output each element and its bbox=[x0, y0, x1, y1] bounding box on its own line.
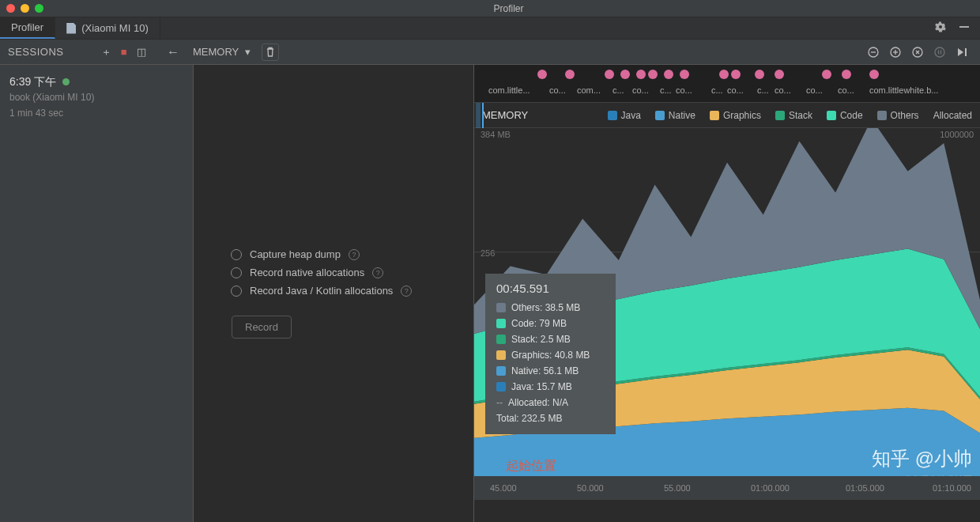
memory-chart[interactable]: 384 MB 1000000 256 00:45.591 Others: 38.… bbox=[474, 128, 980, 500]
capture-panel: Capture heap dump ? Record native alloca… bbox=[194, 65, 474, 522]
event-dot[interactable] bbox=[565, 70, 575, 79]
event-label: co... bbox=[676, 85, 692, 95]
session-item[interactable]: 6:39 下午 book (Xiaomi MI 10) 1 min 43 sec bbox=[9, 73, 183, 121]
event-label: com.little... bbox=[488, 85, 530, 95]
session-duration: 1 min 43 sec bbox=[9, 106, 183, 121]
zoom-in-icon[interactable] bbox=[887, 44, 904, 61]
event-track: com.little... co... com... c... co... c.… bbox=[474, 65, 980, 103]
close-icon[interactable] bbox=[6, 4, 15, 13]
radio-icon bbox=[231, 249, 242, 260]
session-name: book (Xiaomi MI 10) bbox=[9, 90, 183, 105]
minimize-icon[interactable] bbox=[21, 4, 29, 13]
event-dot[interactable] bbox=[842, 70, 851, 79]
legend-others[interactable]: Others bbox=[877, 110, 919, 121]
gear-icon[interactable] bbox=[934, 21, 947, 36]
event-dot[interactable] bbox=[648, 70, 658, 79]
tab-label: Profiler bbox=[11, 21, 43, 33]
legend-code[interactable]: Code bbox=[827, 110, 863, 121]
svg-rect-0 bbox=[959, 26, 969, 28]
event-dot[interactable] bbox=[605, 70, 614, 79]
help-icon[interactable]: ? bbox=[349, 249, 360, 260]
event-label: c... bbox=[757, 85, 769, 95]
event-label: com... bbox=[577, 85, 601, 95]
capture-heap-dump[interactable]: Capture heap dump ? bbox=[231, 248, 436, 260]
tooltip-row: Code: 79 MB bbox=[496, 316, 605, 331]
sessions-sidebar: 6:39 下午 book (Xiaomi MI 10) 1 min 43 sec bbox=[0, 65, 194, 522]
event-dot[interactable] bbox=[869, 70, 879, 79]
event-dot[interactable] bbox=[537, 70, 547, 79]
help-icon[interactable]: ? bbox=[401, 286, 412, 297]
record-button[interactable]: Record bbox=[232, 316, 292, 339]
tooltip-allocated: Allocated: N/A bbox=[508, 397, 568, 408]
event-label: co... bbox=[806, 85, 823, 95]
window-title: Profiler bbox=[43, 3, 974, 14]
panel-icon[interactable]: ◫ bbox=[133, 44, 150, 61]
back-icon[interactable]: ← bbox=[164, 44, 182, 61]
dropdown-label: MEMORY bbox=[193, 46, 239, 58]
tab-device[interactable]: (Xiaomi MI 10) bbox=[55, 17, 160, 39]
maximize-icon[interactable] bbox=[35, 4, 43, 13]
chart-area: com.little... co... com... c... co... c.… bbox=[474, 65, 980, 522]
time-tick: 01:10.000 bbox=[933, 483, 971, 493]
event-dot[interactable] bbox=[775, 70, 784, 79]
event-dot[interactable] bbox=[731, 70, 741, 79]
legend-allocated[interactable]: Allocated bbox=[933, 110, 972, 121]
tooltip-row: Native: 56.1 MB bbox=[496, 363, 605, 379]
svg-point-7 bbox=[935, 47, 944, 57]
live-indicator-icon bbox=[62, 78, 70, 85]
hide-icon[interactable] bbox=[958, 21, 971, 36]
help-icon[interactable]: ? bbox=[372, 267, 383, 278]
event-dot[interactable] bbox=[636, 70, 646, 79]
stop-session-icon[interactable]: ■ bbox=[115, 44, 133, 61]
legend-graphics[interactable]: Graphics bbox=[710, 110, 761, 121]
event-label: co... bbox=[727, 85, 744, 95]
go-live-icon[interactable] bbox=[953, 44, 971, 61]
titlebar: Profiler bbox=[0, 0, 980, 17]
trash-icon[interactable] bbox=[262, 44, 279, 61]
legend-native[interactable]: Native bbox=[655, 110, 695, 121]
time-axis: 45.000 50.000 55.000 01:00.000 01:05.000… bbox=[474, 476, 980, 500]
start-annotation: 起始位置 bbox=[506, 458, 556, 475]
event-label: co... bbox=[775, 85, 791, 95]
event-label: c... bbox=[711, 85, 723, 95]
legend-stack[interactable]: Stack bbox=[775, 110, 812, 121]
event-dot[interactable] bbox=[822, 70, 831, 79]
event-dot[interactable] bbox=[680, 70, 689, 79]
chart-title: MEMORY bbox=[482, 109, 528, 121]
event-label: com.littlewhite.b... bbox=[869, 85, 938, 95]
event-dot[interactable] bbox=[664, 70, 673, 79]
record-label: Record bbox=[245, 321, 278, 333]
chevron-down-icon: ▾ bbox=[245, 46, 251, 58]
session-time: 6:39 下午 bbox=[9, 75, 56, 88]
event-label: co... bbox=[838, 85, 854, 95]
time-tick: 55.000 bbox=[664, 483, 691, 493]
zoom-reset-icon[interactable] bbox=[909, 44, 926, 61]
option-label: Record Java / Kotlin allocations bbox=[250, 285, 393, 297]
tooltip-total: Total: 232.5 MB bbox=[496, 413, 562, 424]
profiler-type-dropdown[interactable]: MEMORY ▾ bbox=[187, 46, 257, 58]
tooltip-time: 00:45.591 bbox=[496, 282, 605, 295]
record-native-allocations[interactable]: Record native allocations ? bbox=[231, 267, 436, 278]
event-dot[interactable] bbox=[755, 70, 764, 79]
event-label: c... bbox=[660, 85, 672, 95]
time-tick: 45.000 bbox=[490, 483, 517, 493]
legend-java[interactable]: Java bbox=[608, 110, 641, 121]
chart-tooltip: 00:45.591 Others: 38.5 MBCode: 79 MBStac… bbox=[485, 274, 616, 434]
tooltip-row: Java: 15.7 MB bbox=[496, 379, 605, 395]
sessions-header: SESSIONS ＋ ■ ◫ bbox=[0, 44, 158, 61]
event-label: c... bbox=[612, 85, 624, 95]
event-label: co... bbox=[632, 85, 649, 95]
add-session-icon[interactable]: ＋ bbox=[98, 44, 115, 61]
time-tick: 50.000 bbox=[577, 483, 604, 493]
zoom-out-icon[interactable] bbox=[865, 44, 882, 61]
event-dot[interactable] bbox=[719, 70, 729, 79]
tab-bar: Profiler (Xiaomi MI 10) bbox=[0, 17, 980, 40]
tooltip-row: Graphics: 40.8 MB bbox=[496, 347, 605, 363]
event-label: co... bbox=[549, 85, 566, 95]
watermark: 知乎 @小帅 bbox=[872, 446, 972, 471]
event-dot[interactable] bbox=[620, 70, 630, 79]
file-icon bbox=[66, 23, 76, 34]
option-label: Capture heap dump bbox=[250, 248, 341, 260]
record-java-kotlin-allocations[interactable]: Record Java / Kotlin allocations ? bbox=[231, 285, 436, 297]
tab-profiler[interactable]: Profiler bbox=[0, 17, 55, 39]
